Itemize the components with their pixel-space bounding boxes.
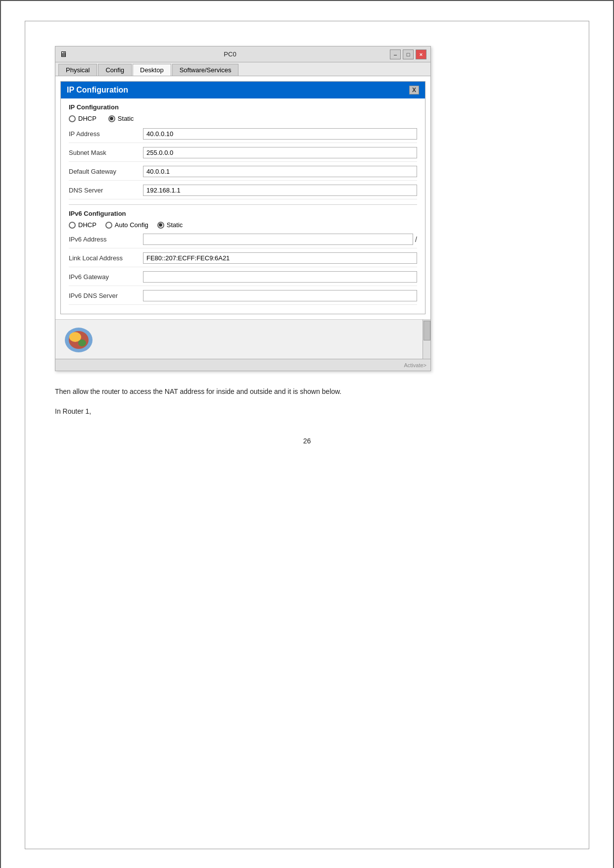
window-controls: – □ × — [390, 49, 426, 59]
ip-config-section-label: IP Configuration — [69, 103, 417, 111]
ipv6-address-row: IPv6 Address / — [69, 234, 417, 248]
default-gateway-row: Default Gateway — [69, 166, 417, 181]
ipv6-address-input[interactable] — [143, 234, 413, 245]
window-title: PC0 — [70, 50, 390, 58]
activate-text: Activate — [404, 362, 423, 368]
slash-separator: / — [415, 236, 417, 243]
window-icon: 🖥 — [59, 50, 67, 59]
dhcp-radio-circle[interactable] — [69, 115, 76, 122]
default-gateway-label: Default Gateway — [69, 168, 143, 175]
link-local-row: Link Local Address — [69, 252, 417, 267]
window-statusbar: Activate > — [55, 359, 430, 371]
window-content: IP Configuration X IP Configuration DHCP — [55, 76, 430, 319]
dhcp-label: DHCP — [78, 115, 96, 122]
svg-point-3 — [78, 339, 86, 346]
ipv6-gateway-row: IPv6 Gateway — [69, 271, 417, 286]
tabs-row: Physical Config Desktop Software/Service… — [55, 62, 430, 76]
dhcp-radio[interactable]: DHCP — [69, 115, 96, 122]
ip-config-title: IP Configuration — [67, 86, 128, 95]
ipv6-address-input-container: / — [143, 234, 417, 245]
tab-software[interactable]: Software/Services — [172, 64, 239, 76]
ipv6-dhcp-radio[interactable]: DHCP — [69, 221, 96, 229]
static-radio[interactable]: Static — [108, 115, 134, 122]
dns-server-row: DNS Server — [69, 185, 417, 199]
default-gateway-input[interactable] — [143, 166, 417, 177]
pc0-window: 🖥 PC0 – □ × Physical Config Desktop Soft… — [55, 46, 431, 371]
ip-address-label: IP Address — [69, 130, 143, 138]
ip-config-header: IP Configuration X — [61, 82, 425, 98]
tab-desktop[interactable]: Desktop — [133, 64, 171, 76]
ipv6-autoconfig-label: Auto Config — [115, 221, 148, 229]
link-local-input[interactable] — [143, 252, 417, 264]
page-container: 🖥 PC0 – □ × Physical Config Desktop Soft… — [25, 21, 589, 849]
ipv6-section-label: IPv6 Configuration — [69, 210, 417, 217]
body-paragraph-1: Then allow the router to access the NAT … — [55, 386, 559, 397]
statusbar-arrow: > — [424, 362, 426, 368]
ipv6-gateway-input[interactable] — [143, 271, 417, 283]
subnet-mask-label: Subnet Mask — [69, 149, 143, 156]
scrollbar-thumb[interactable] — [424, 321, 430, 340]
ip-config-panel: IP Configuration X IP Configuration DHCP — [60, 81, 425, 314]
subnet-mask-row: Subnet Mask — [69, 147, 417, 162]
ipv6-static-label: Static — [167, 221, 183, 229]
ipv6-static-circle[interactable] — [157, 222, 164, 229]
window-close-button[interactable]: × — [416, 49, 426, 59]
tab-physical[interactable]: Physical — [58, 64, 97, 76]
ip-config-close-button[interactable]: X — [409, 86, 419, 95]
page-number: 26 — [55, 437, 559, 445]
divider — [69, 204, 417, 205]
pc-icon — [61, 325, 96, 355]
subnet-mask-input[interactable] — [143, 147, 417, 158]
vertical-scrollbar[interactable] — [423, 320, 430, 359]
ipv6-mode-radio-row: DHCP Auto Config Static — [69, 221, 417, 229]
maximize-button[interactable]: □ — [403, 49, 414, 59]
ipv6-address-label: IPv6 Address — [69, 236, 143, 243]
dns-server-label: DNS Server — [69, 187, 143, 194]
ipv6-static-radio[interactable]: Static — [157, 221, 183, 229]
ip-config-body: IP Configuration DHCP Static — [61, 98, 425, 314]
body-paragraph-2: In Router 1, — [55, 406, 559, 417]
minimize-button[interactable]: – — [390, 49, 401, 59]
ipv6-section: IPv6 Configuration DHCP Auto Config — [69, 210, 417, 305]
ip-address-row: IP Address — [69, 128, 417, 143]
dns-server-input[interactable] — [143, 185, 417, 196]
ipv6-dhcp-label: DHCP — [78, 221, 96, 229]
static-label: Static — [118, 115, 134, 122]
ipv6-dns-input[interactable] — [143, 290, 417, 301]
ipv6-autoconfig-radio[interactable]: Auto Config — [105, 221, 148, 229]
ipv6-dns-row: IPv6 DNS Server — [69, 290, 417, 305]
static-radio-circle[interactable] — [108, 115, 115, 122]
window-bottom-bar — [55, 319, 430, 359]
ipv6-dhcp-circle[interactable] — [69, 222, 76, 229]
tab-config[interactable]: Config — [98, 64, 132, 76]
ip-address-input[interactable] — [143, 128, 417, 140]
ipv6-autoconfig-circle[interactable] — [105, 222, 112, 229]
window-titlebar: 🖥 PC0 – □ × — [55, 47, 430, 62]
ip-mode-radio-row: DHCP Static — [69, 115, 417, 122]
link-local-label: Link Local Address — [69, 254, 143, 262]
svg-point-2 — [69, 332, 81, 342]
ipv6-gateway-label: IPv6 Gateway — [69, 273, 143, 281]
ipv6-dns-label: IPv6 DNS Server — [69, 292, 143, 299]
